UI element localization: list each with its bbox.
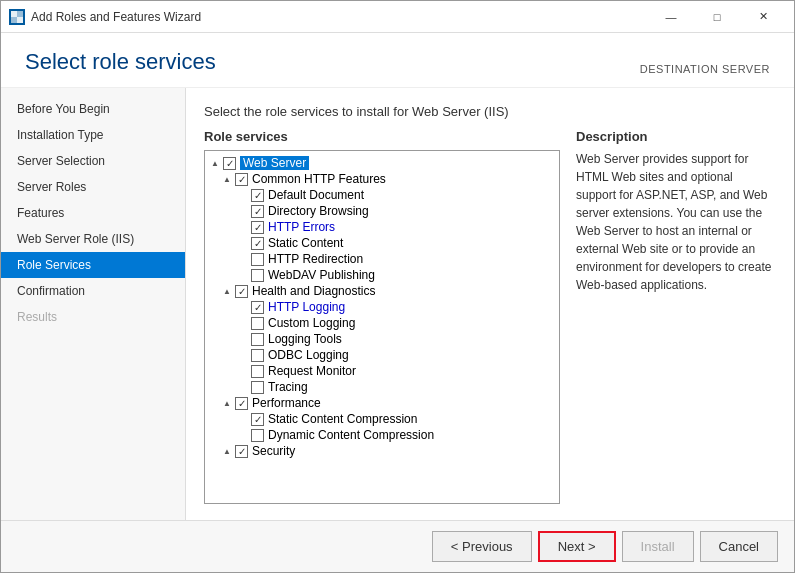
tree-checkbox[interactable] — [251, 269, 264, 282]
expander-icon: ▲ — [221, 445, 233, 457]
svg-rect-2 — [11, 17, 17, 23]
tree-item[interactable]: Dynamic Content Compression — [205, 427, 559, 443]
next-button[interactable]: Next > — [538, 531, 616, 562]
main-panel: Select the role services to install for … — [186, 88, 794, 520]
tree-checkbox[interactable] — [251, 317, 264, 330]
sidebar-item-server-roles[interactable]: Server Roles — [1, 174, 185, 200]
tree-checkbox[interactable] — [223, 157, 236, 170]
expander-icon — [237, 317, 249, 329]
expander-icon — [237, 413, 249, 425]
tree-checkbox[interactable] — [251, 381, 264, 394]
tree-checkbox[interactable] — [251, 253, 264, 266]
tree-item-label: WebDAV Publishing — [268, 268, 375, 282]
title-bar: Add Roles and Features Wizard — □ ✕ — [1, 1, 794, 33]
tree-item[interactable]: Default Document — [205, 187, 559, 203]
description-text: Web Server provides support for HTML Web… — [576, 150, 776, 294]
description-header: Description — [576, 129, 776, 144]
sidebar-item-role-services[interactable]: Role Services — [1, 252, 185, 278]
tree-checkbox[interactable] — [251, 429, 264, 442]
tree-item[interactable]: ODBC Logging — [205, 347, 559, 363]
cancel-button[interactable]: Cancel — [700, 531, 778, 562]
maximize-button[interactable]: □ — [694, 1, 740, 33]
tree-item-label: Dynamic Content Compression — [268, 428, 434, 442]
tree-item[interactable]: ▲Web Server — [205, 155, 559, 171]
tree-item-label: Logging Tools — [268, 332, 342, 346]
expander-icon — [237, 269, 249, 281]
expander-icon — [237, 221, 249, 233]
tree-item[interactable]: Static Content — [205, 235, 559, 251]
expander-icon — [237, 189, 249, 201]
sidebar-item-installation-type[interactable]: Installation Type — [1, 122, 185, 148]
tree-item[interactable]: Tracing — [205, 379, 559, 395]
footer: < Previous Next > Install Cancel — [1, 520, 794, 572]
tree-item[interactable]: ▲Performance — [205, 395, 559, 411]
tree-item[interactable]: HTTP Redirection — [205, 251, 559, 267]
sidebar: Before You BeginInstallation TypeServer … — [1, 88, 186, 520]
install-button[interactable]: Install — [622, 531, 694, 562]
tree-checkbox[interactable] — [251, 365, 264, 378]
tree-checkbox[interactable] — [235, 397, 248, 410]
tree-item[interactable]: HTTP Logging — [205, 299, 559, 315]
tree-checkbox[interactable] — [251, 237, 264, 250]
expander-icon — [237, 205, 249, 217]
tree-item[interactable]: HTTP Errors — [205, 219, 559, 235]
tree-checkbox[interactable] — [235, 285, 248, 298]
page-title: Select role services — [25, 49, 216, 75]
tree-item[interactable]: Directory Browsing — [205, 203, 559, 219]
svg-rect-0 — [11, 11, 17, 17]
tree-item[interactable]: ▲Security — [205, 443, 559, 459]
sidebar-item-web-server-role[interactable]: Web Server Role (IIS) — [1, 226, 185, 252]
destination-server-label: DESTINATION SERVER — [640, 63, 770, 75]
tree-item-label: Request Monitor — [268, 364, 356, 378]
tree-item[interactable]: Logging Tools — [205, 331, 559, 347]
previous-button[interactable]: < Previous — [432, 531, 532, 562]
tree-item-label: HTTP Redirection — [268, 252, 363, 266]
tree-item-label: Static Content — [268, 236, 343, 250]
window-title: Add Roles and Features Wizard — [31, 10, 648, 24]
svg-rect-1 — [17, 11, 23, 17]
wizard-window: Add Roles and Features Wizard — □ ✕ Sele… — [0, 0, 795, 573]
content-area: Before You BeginInstallation TypeServer … — [1, 88, 794, 520]
tree-checkbox[interactable] — [251, 205, 264, 218]
expander-icon: ▲ — [221, 285, 233, 297]
expander-icon — [237, 301, 249, 313]
expander-icon — [237, 349, 249, 361]
tree-item-label: Directory Browsing — [268, 204, 369, 218]
sidebar-item-server-selection[interactable]: Server Selection — [1, 148, 185, 174]
tree-item-label: Common HTTP Features — [252, 172, 386, 186]
tree-item[interactable]: ▲Common HTTP Features — [205, 171, 559, 187]
tree-checkbox[interactable] — [251, 349, 264, 362]
app-icon — [9, 9, 25, 25]
expander-icon — [237, 365, 249, 377]
tree-item-label: Default Document — [268, 188, 364, 202]
close-button[interactable]: ✕ — [740, 1, 786, 33]
minimize-button[interactable]: — — [648, 1, 694, 33]
expander-icon: ▲ — [209, 157, 221, 169]
role-services-tree[interactable]: ▲Web Server▲Common HTTP FeaturesDefault … — [204, 150, 560, 504]
tree-item-label: ODBC Logging — [268, 348, 349, 362]
tree-item[interactable]: Request Monitor — [205, 363, 559, 379]
description-panel: Description Web Server provides support … — [576, 129, 776, 504]
role-services-panel: Role services ▲Web Server▲Common HTTP Fe… — [204, 129, 560, 504]
tree-item[interactable]: Custom Logging — [205, 315, 559, 331]
tree-item[interactable]: ▲Health and Diagnostics — [205, 283, 559, 299]
tree-checkbox[interactable] — [251, 221, 264, 234]
tree-item-label: HTTP Logging — [268, 300, 345, 314]
tree-checkbox[interactable] — [235, 173, 248, 186]
sidebar-item-before-you-begin[interactable]: Before You Begin — [1, 96, 185, 122]
sidebar-item-results: Results — [1, 304, 185, 330]
tree-checkbox[interactable] — [251, 189, 264, 202]
tree-checkbox[interactable] — [251, 301, 264, 314]
tree-checkbox[interactable] — [251, 333, 264, 346]
tree-checkbox[interactable] — [235, 445, 248, 458]
tree-item-label: Health and Diagnostics — [252, 284, 375, 298]
page-header: Select role services DESTINATION SERVER — [1, 33, 794, 88]
tree-item-label: Performance — [252, 396, 321, 410]
sidebar-item-features[interactable]: Features — [1, 200, 185, 226]
expander-icon: ▲ — [221, 173, 233, 185]
tree-checkbox[interactable] — [251, 413, 264, 426]
tree-item[interactable]: WebDAV Publishing — [205, 267, 559, 283]
expander-icon — [237, 381, 249, 393]
sidebar-item-confirmation[interactable]: Confirmation — [1, 278, 185, 304]
tree-item[interactable]: Static Content Compression — [205, 411, 559, 427]
